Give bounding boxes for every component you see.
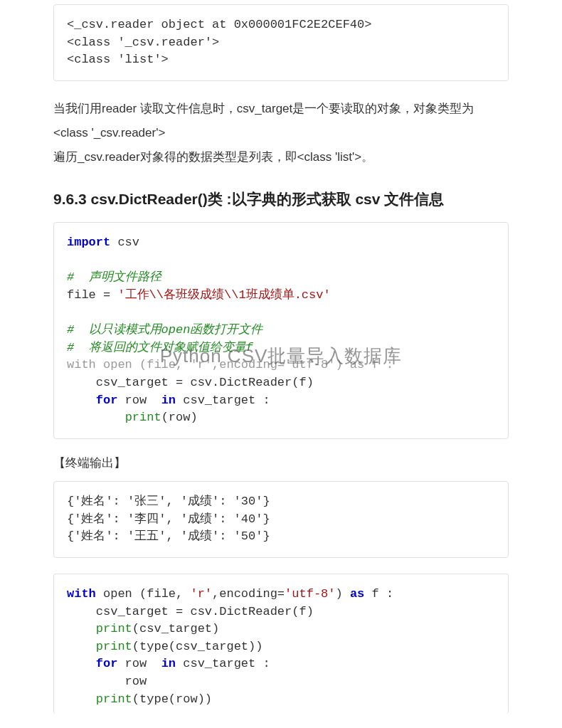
builtin-print: print — [96, 640, 132, 653]
output-block-1: <_csv.reader object at 0x000001FC2E2CEF4… — [53, 4, 509, 81]
builtin-print: print — [96, 622, 132, 635]
keyword-import: import — [67, 236, 110, 249]
code-line: {'姓名': '张三', '成绩': '30'} — [67, 495, 270, 508]
string-literal: 'r' — [190, 587, 212, 601]
code-line: {'姓名': '王五', '成绩': '50'} — [67, 529, 270, 543]
para-line: 当我们用reader 读取文件信息时，csv_target是一个要读取的对象，对… — [53, 102, 474, 115]
code-block-dictreader-2: with open (file, 'r',encoding='utf-8') a… — [53, 574, 509, 714]
code-text: open (file, — [96, 587, 191, 601]
code-text: csv_target : — [176, 394, 270, 407]
code-text: csv_target : — [176, 657, 270, 670]
code-line: row — [67, 675, 147, 688]
para-line: 遍历_csv.reader对象得的数据类型是列表，即<class 'list'>… — [53, 150, 373, 164]
comment: # 声明文件路径 — [67, 270, 161, 284]
code-text: ) — [336, 587, 350, 601]
code-text: f : — [364, 587, 393, 601]
code-text: csv — [110, 236, 139, 249]
section-heading: 9.6.3 csv.DictReader()类 :以字典的形式获取 csv 文件… — [53, 189, 509, 209]
builtin-print: print — [96, 692, 132, 706]
keyword-for: for — [96, 394, 118, 407]
code-line: csv_target = csv.DictReader(f) — [67, 605, 314, 618]
comment: # 将返回的文件对象赋值给变量f — [67, 341, 253, 354]
code-line-faded: with open (file, 'r',encoding='utf-8') a… — [67, 358, 393, 371]
code-block-dictreader: import csv # 声明文件路径 file = '工作\\各班级成绩\\1… — [53, 222, 509, 439]
para-line: <class '_csv.reader'> — [53, 126, 165, 139]
code-line: {'姓名': '李四', '成绩': '40'} — [67, 512, 270, 526]
indent — [67, 394, 96, 407]
output-block-2: {'姓名': '张三', '成绩': '30'} {'姓名': '李四', '成… — [53, 481, 509, 558]
page-content: <_csv.reader object at 0x000001FC2E2CEF4… — [0, 4, 562, 728]
indent — [67, 692, 96, 706]
keyword-for: for — [96, 657, 118, 670]
code-text: (csv_target) — [132, 622, 219, 635]
keyword-with: with — [67, 587, 96, 601]
indent — [67, 640, 96, 653]
code-text: row — [117, 394, 161, 407]
code-text: (type(row)) — [132, 692, 212, 706]
code-text: (row) — [161, 411, 198, 424]
code-line: <class '_csv.reader'> — [67, 36, 219, 49]
keyword-as: as — [350, 587, 364, 601]
keyword-in: in — [161, 657, 176, 670]
code-line: csv_target = csv.DictReader(f) — [67, 376, 314, 389]
comment: # 以只读模式用open函数打开文件 — [67, 323, 263, 337]
code-line: <_csv.reader object at 0x000001FC2E2CEF4… — [67, 18, 371, 31]
code-text: file = — [67, 288, 117, 302]
code-text: ,encoding= — [212, 587, 285, 601]
indent — [67, 622, 96, 635]
keyword-in: in — [161, 394, 176, 407]
code-text: row — [117, 657, 161, 670]
terminal-output-label: 【终端输出】 — [53, 455, 509, 471]
code-text: (type(csv_target)) — [132, 640, 263, 653]
indent — [67, 657, 96, 670]
paragraph-1: 当我们用reader 读取文件信息时，csv_target是一个要读取的对象，对… — [53, 97, 509, 169]
string-literal: '工作\\各班级成绩\\1班成绩单.csv' — [117, 288, 330, 302]
string-literal: 'utf-8' — [285, 587, 335, 601]
indent — [67, 411, 125, 424]
builtin-print: print — [125, 411, 161, 424]
code-line: <class 'list'> — [67, 53, 169, 66]
